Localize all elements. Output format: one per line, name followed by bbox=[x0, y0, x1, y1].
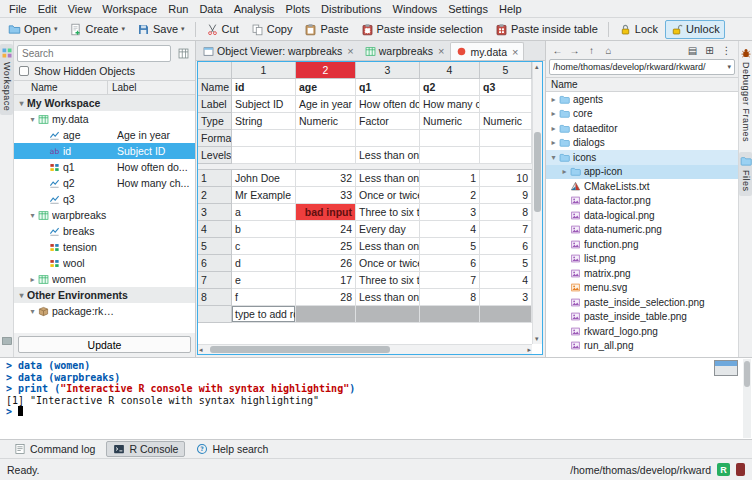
meta-cell[interactable] bbox=[480, 96, 532, 113]
dock-tab-files[interactable]: Files bbox=[739, 152, 752, 196]
expand-arrow-icon[interactable]: ▸ bbox=[548, 138, 559, 147]
file-item-rkward-logo-png[interactable]: rkward_logo.png bbox=[546, 324, 738, 339]
search-input[interactable] bbox=[17, 45, 171, 62]
scroll-up-icon[interactable]: ▴ bbox=[535, 62, 539, 72]
tree-item-my-data[interactable]: ▾my.data bbox=[14, 111, 195, 127]
data-cell[interactable]: Once or twice... bbox=[356, 187, 420, 204]
files-column-header[interactable]: Name bbox=[546, 77, 738, 92]
row-header-5[interactable]: 5 bbox=[198, 238, 232, 255]
update-button[interactable]: Update bbox=[18, 336, 191, 353]
menu-data[interactable]: Data bbox=[194, 2, 227, 16]
data-cell[interactable]: 4 bbox=[420, 221, 480, 238]
meta-cell[interactable] bbox=[480, 130, 532, 147]
file-item-paste-inside-table-png[interactable]: paste_inside_table.png bbox=[546, 310, 738, 325]
dock-tab-workspace[interactable]: Workspace bbox=[0, 44, 13, 115]
column-config-button[interactable] bbox=[174, 44, 192, 62]
collapse-arrow-icon[interactable]: ▾ bbox=[16, 99, 27, 108]
data-cell[interactable]: 5 bbox=[420, 238, 480, 255]
paste-inside-table-button[interactable]: Paste inside table bbox=[490, 20, 603, 39]
data-cell[interactable]: 25 bbox=[296, 238, 356, 255]
meta-cell[interactable]: How many ch... bbox=[420, 96, 480, 113]
forward-icon[interactable]: → bbox=[567, 45, 582, 56]
r-engine-status[interactable]: R bbox=[717, 463, 730, 476]
menu-help[interactable]: Help bbox=[494, 2, 527, 16]
data-cell[interactable]: bad input bbox=[296, 204, 356, 221]
data-cell[interactable]: John Doe bbox=[232, 170, 296, 187]
data-cell[interactable]: Less than onc... bbox=[356, 289, 420, 306]
file-item-dialogs[interactable]: ▸dialogs bbox=[546, 136, 738, 151]
menu-workspace[interactable]: Workspace bbox=[97, 2, 162, 16]
row-header-format[interactable]: Format bbox=[198, 130, 232, 147]
data-cell[interactable]: 4 bbox=[480, 272, 532, 289]
data-cell[interactable]: Mr Example bbox=[232, 187, 296, 204]
data-cell[interactable]: 10 bbox=[480, 170, 532, 187]
column-header-3[interactable]: 3 bbox=[356, 62, 420, 79]
tool-tab-help-search[interactable]: ?Help search bbox=[189, 441, 275, 457]
collapse-arrow-icon[interactable]: ▾ bbox=[548, 153, 559, 162]
up-icon[interactable]: ↑ bbox=[584, 45, 599, 56]
close-tab-icon[interactable]: × bbox=[347, 45, 353, 57]
tree-item-tension[interactable]: tension bbox=[14, 239, 195, 255]
data-cell[interactable]: d bbox=[232, 255, 296, 272]
close-tab-icon[interactable]: × bbox=[438, 45, 444, 57]
data-cell[interactable]: 6 bbox=[480, 238, 532, 255]
expand-arrow-icon[interactable]: ▸ bbox=[559, 167, 570, 176]
scroll-left-icon[interactable]: ◂ bbox=[199, 345, 203, 355]
meta-cell[interactable]: Numeric bbox=[296, 113, 356, 130]
r-console[interactable]: > data (women)> data (warpbreaks)> print… bbox=[0, 357, 752, 439]
file-item-data-logical-png[interactable]: data-logical.png bbox=[546, 208, 738, 223]
tree-section-other-environments[interactable]: ▾Other Environments bbox=[14, 287, 195, 303]
data-cell[interactable]: Every day bbox=[356, 221, 420, 238]
unlock-button[interactable]: Unlock bbox=[665, 20, 725, 39]
row-header-8[interactable]: 8 bbox=[198, 289, 232, 306]
data-cell[interactable]: 3 bbox=[480, 289, 532, 306]
home-icon[interactable]: ⌂ bbox=[601, 45, 616, 56]
dock-tab-bottom[interactable] bbox=[1, 335, 13, 349]
file-item-paste-inside-selection-png[interactable]: paste_inside_selection.png bbox=[546, 295, 738, 310]
meta-cell[interactable]: String bbox=[232, 113, 296, 130]
data-cell[interactable]: 9 bbox=[480, 187, 532, 204]
tool-tab-command-log[interactable]: Command log bbox=[7, 441, 102, 457]
meta-cell[interactable]: id bbox=[232, 79, 296, 96]
console-scroll-thumb[interactable] bbox=[744, 361, 750, 387]
meta-cell[interactable]: Numeric bbox=[480, 113, 532, 130]
meta-cell[interactable] bbox=[296, 147, 356, 164]
row-header-1[interactable]: 1 bbox=[198, 170, 232, 187]
tree-item-package-rkward[interactable]: ▾package:rkward bbox=[14, 303, 195, 319]
meta-cell[interactable]: q2 bbox=[420, 79, 480, 96]
icon-view-icon[interactable]: ▤ bbox=[685, 45, 700, 56]
meta-cell[interactable] bbox=[420, 147, 480, 164]
split-view-icon[interactable]: ⊞ bbox=[702, 45, 717, 56]
row-header-6[interactable]: 6 bbox=[198, 255, 232, 272]
data-cell[interactable]: 1 bbox=[420, 170, 480, 187]
meta-cell[interactable] bbox=[480, 147, 532, 164]
menu-settings[interactable]: Settings bbox=[443, 2, 493, 16]
file-item-list-png[interactable]: list.png bbox=[546, 252, 738, 267]
data-cell[interactable]: e bbox=[232, 272, 296, 289]
show-hidden-checkbox[interactable]: Show Hidden Objects bbox=[14, 64, 195, 80]
paste-inside-selection-button[interactable]: Paste inside selection bbox=[356, 20, 488, 39]
row-header-label[interactable]: Label bbox=[198, 96, 232, 113]
expand-arrow-icon[interactable]: ▸ bbox=[548, 124, 559, 133]
collapse-arrow-icon[interactable]: ▾ bbox=[27, 211, 38, 220]
data-cell[interactable]: Three to six ti... bbox=[356, 204, 420, 221]
meta-cell[interactable]: Subject ID bbox=[232, 96, 296, 113]
column-header-1[interactable]: 1 bbox=[232, 62, 296, 79]
tree-item-warpbreaks[interactable]: ▾warpbreaks bbox=[14, 207, 195, 223]
horizontal-scrollbar[interactable]: ◂ ▸ bbox=[198, 344, 532, 354]
scroll-down-icon[interactable]: ▾ bbox=[535, 334, 539, 344]
collapse-arrow-icon[interactable]: ▾ bbox=[27, 307, 38, 316]
file-item-matrix-png[interactable]: matrix.png bbox=[546, 266, 738, 281]
meta-cell[interactable] bbox=[232, 130, 296, 147]
expand-arrow-icon[interactable]: ▸ bbox=[27, 275, 38, 284]
save-button[interactable]: Save▾ bbox=[132, 20, 190, 39]
file-item-cmakelists-txt[interactable]: CMakeLists.txt bbox=[546, 179, 738, 194]
tree-item-q1[interactable]: q1How often do... bbox=[14, 159, 195, 175]
meta-cell[interactable]: Factor bbox=[356, 113, 420, 130]
tree-section-my-workspace[interactable]: ▾My Workspace bbox=[14, 95, 195, 111]
tree-item-breaks[interactable]: breaks bbox=[14, 223, 195, 239]
meta-cell[interactable] bbox=[232, 147, 296, 164]
data-cell[interactable]: Once or twice... bbox=[356, 255, 420, 272]
data-cell[interactable]: 3 bbox=[420, 204, 480, 221]
dock-tab-debugger-frames[interactable]: Debugger Frames bbox=[739, 44, 752, 146]
